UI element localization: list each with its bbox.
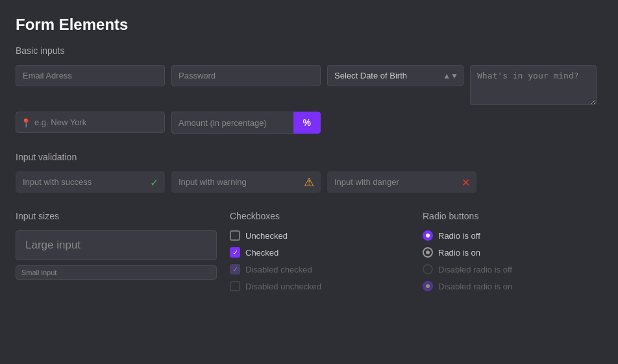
- amount-input-wrap: %: [171, 112, 321, 134]
- checkbox-list: Unchecked Checked Disabled checked Disab…: [230, 230, 410, 291]
- danger-input[interactable]: [327, 171, 476, 193]
- small-input[interactable]: [16, 265, 217, 280]
- checkbox-unchecked-box[interactable]: [230, 230, 240, 241]
- success-icon: ✓: [150, 176, 158, 188]
- radio-off-label: Radio is off: [438, 231, 480, 241]
- radio-disabled-off-label: Disabled radio is off: [438, 265, 512, 274]
- basic-inputs-grid: Select Date of Birth ▲▼: [16, 65, 602, 105]
- radio-buttons-label: Radio buttons: [423, 211, 602, 221]
- checkbox-unchecked[interactable]: Unchecked: [230, 230, 410, 241]
- radio-on-item[interactable]: Radio is on: [423, 247, 602, 258]
- checkbox-disabled-unchecked-label: Disabled unchecked: [245, 282, 321, 291]
- checkbox-unchecked-label: Unchecked: [245, 231, 288, 241]
- validation-grid: ✓ ⚠ ✕: [16, 171, 602, 193]
- checkboxes-section: Checkboxes Unchecked Checked Disabled ch…: [230, 211, 410, 291]
- large-input-wrap: [16, 230, 217, 260]
- warning-input-wrap: ⚠: [171, 171, 321, 193]
- basic-inputs-row2: 📍 %: [16, 112, 602, 134]
- radio-off-button[interactable]: [423, 230, 433, 241]
- location-input-wrap: 📍: [16, 112, 165, 134]
- radio-on-button[interactable]: [423, 247, 433, 258]
- input-sizes-label: Input sizes: [16, 211, 217, 221]
- input-sizes-section: Input sizes: [16, 211, 217, 280]
- dob-select-wrap: Select Date of Birth ▲▼: [327, 65, 464, 86]
- location-icon: 📍: [21, 118, 31, 128]
- page-title: Form Elements: [16, 16, 602, 34]
- success-input-wrap: ✓: [16, 171, 165, 193]
- checkboxes-label: Checkboxes: [230, 211, 410, 221]
- checkbox-disabled-checked: Disabled checked: [230, 264, 410, 274]
- textarea-field[interactable]: [470, 65, 597, 105]
- checkbox-disabled-unchecked: Disabled unchecked: [230, 281, 410, 291]
- location-field[interactable]: [16, 112, 165, 133]
- size-inputs-list: [16, 230, 217, 280]
- small-input-wrap: [16, 265, 217, 280]
- checkbox-checked-box[interactable]: [230, 247, 240, 258]
- radio-off-item[interactable]: Radio is off: [423, 230, 602, 241]
- success-input[interactable]: [16, 171, 165, 193]
- checkbox-checked-label: Checked: [245, 248, 278, 258]
- radio-disabled-on-button: [423, 281, 433, 291]
- danger-icon: ✕: [462, 176, 470, 188]
- checkbox-disabled-checked-box: [230, 264, 240, 274]
- large-input[interactable]: [16, 230, 217, 260]
- radio-disabled-on-label: Disabled radio is on: [438, 282, 512, 291]
- warning-icon: ⚠: [304, 175, 314, 189]
- warning-input[interactable]: [171, 171, 321, 193]
- radio-on-label: Radio is on: [438, 248, 480, 258]
- danger-input-wrap: ✕: [327, 171, 476, 193]
- radio-disabled-on-item: Disabled radio is on: [423, 281, 602, 291]
- checkbox-disabled-unchecked-box: [230, 281, 240, 291]
- radio-disabled-off-button: [423, 264, 433, 274]
- email-field[interactable]: [16, 65, 165, 86]
- dob-select[interactable]: Select Date of Birth: [327, 65, 464, 86]
- password-field[interactable]: [171, 65, 321, 86]
- radio-disabled-off-item: Disabled radio is off: [423, 264, 602, 274]
- radio-list: Radio is off Radio is on Disabled radio …: [423, 230, 602, 291]
- input-validation-section: Input validation ✓ ⚠ ✕: [16, 152, 602, 193]
- radio-buttons-section: Radio buttons Radio is off Radio is on D…: [423, 211, 602, 291]
- checkbox-checked[interactable]: Checked: [230, 247, 410, 258]
- checkbox-disabled-checked-label: Disabled checked: [245, 265, 312, 274]
- percentage-button[interactable]: %: [293, 112, 321, 134]
- amount-field[interactable]: [171, 112, 293, 134]
- input-validation-label: Input validation: [16, 152, 602, 162]
- basic-inputs-section: Basic inputs Select Date of Birth ▲▼ 📍 %: [16, 45, 602, 134]
- bottom-section: Input sizes Checkboxes Unchecked Checked: [16, 211, 602, 291]
- basic-inputs-label: Basic inputs: [16, 45, 602, 56]
